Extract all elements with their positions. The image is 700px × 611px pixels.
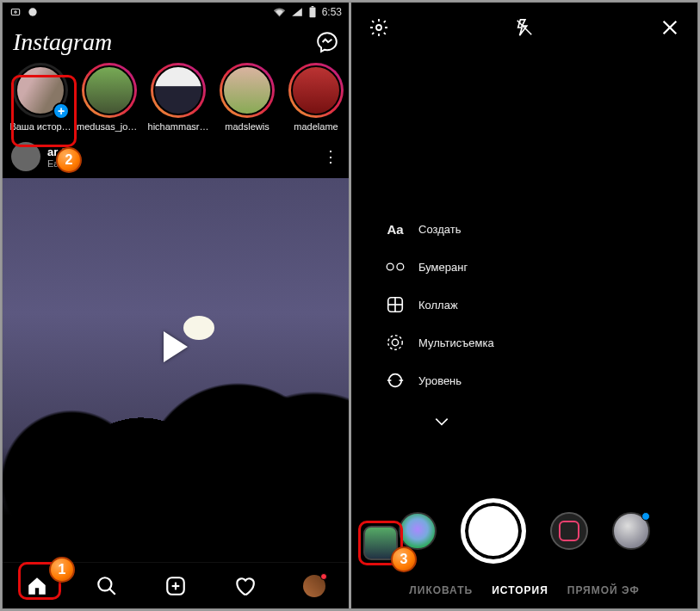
post-header: ar tw Ea ⋮	[3, 135, 349, 178]
instagram-feed-screen: 6:53 Instagram + Ваша истор… medusas_jou…	[3, 3, 349, 608]
stories-tray: + Ваша истор… medusas_jou… hichammasr… m…	[3, 59, 349, 135]
mode-boomerang[interactable]: Бумеранг	[384, 256, 494, 278]
camera-top-bar	[351, 3, 697, 52]
story-item[interactable]: hichammasr…	[144, 63, 213, 132]
svg-point-18	[388, 336, 403, 350]
signal-icon	[291, 7, 303, 17]
svg-point-1	[15, 11, 16, 13]
home-tab[interactable]	[18, 567, 56, 605]
media-trees-shape	[3, 343, 349, 515]
story-item[interactable]: madelame	[282, 63, 349, 132]
your-story[interactable]: + Ваша истор…	[6, 63, 75, 132]
post-username[interactable]: ar tw	[47, 145, 73, 158]
messenger-icon[interactable]	[316, 31, 338, 53]
story-item[interactable]: madslewis	[213, 63, 282, 132]
new-dot-icon	[641, 512, 650, 521]
svg-rect-3	[309, 7, 315, 17]
media-moon-shape	[183, 316, 214, 340]
story-label: hichammasr…	[148, 121, 209, 132]
wifi-icon	[273, 7, 286, 17]
filter-option[interactable]	[550, 512, 588, 550]
svg-line-6	[109, 589, 115, 595]
post-media[interactable]	[3, 178, 349, 515]
multicapture-icon	[384, 331, 406, 354]
svg-point-2	[28, 8, 36, 15]
add-story-plus-icon: +	[53, 102, 70, 120]
svg-rect-4	[311, 6, 313, 7]
shutter-button[interactable]	[461, 498, 526, 564]
boomerang-icon	[384, 256, 406, 278]
mode-label: Бумеранг	[418, 261, 468, 274]
activity-tab[interactable]	[226, 567, 263, 605]
flash-off-icon[interactable]	[512, 15, 536, 40]
mode-label: Уровень	[418, 374, 462, 387]
clock-text: 6:53	[322, 6, 342, 18]
instagram-logo: Instagram	[13, 28, 112, 56]
profile-avatar-icon	[303, 575, 325, 597]
tab-publish[interactable]: ЛИКОВАТЬ	[409, 584, 473, 596]
layout-icon	[384, 293, 406, 316]
level-icon	[384, 369, 406, 392]
close-icon[interactable]	[658, 15, 682, 40]
chevron-down-icon	[431, 410, 453, 433]
new-post-tab[interactable]	[157, 567, 195, 605]
mode-label: Создать	[418, 223, 461, 236]
story-label: madslewis	[225, 121, 269, 132]
post-author-avatar[interactable]	[11, 142, 40, 171]
mode-label: Мультисъемка	[418, 336, 494, 349]
notification-dot-icon	[320, 573, 327, 580]
mode-layout[interactable]: Коллаж	[384, 293, 494, 316]
create-text-icon: Aa	[384, 218, 406, 240]
profile-tab[interactable]	[295, 567, 333, 605]
camera-modes-list: Aa Создать Бумеранг Коллаж Мультисъемка	[384, 218, 494, 433]
app-icon	[27, 6, 39, 18]
svg-rect-0	[11, 9, 19, 15]
mode-level[interactable]: Уровень	[384, 369, 494, 392]
notification-icon	[9, 6, 22, 18]
svg-point-10	[376, 25, 381, 30]
filter-option[interactable]	[399, 512, 437, 550]
play-icon	[164, 331, 188, 362]
settings-icon[interactable]	[367, 15, 391, 40]
post-subtitle: Ea	[47, 158, 73, 169]
tab-story[interactable]: ИСТОРИЯ	[492, 584, 548, 596]
story-label: madelame	[294, 121, 338, 132]
tab-live[interactable]: ПРЯМОЙ ЭФ	[567, 584, 640, 596]
post-more-icon[interactable]: ⋮	[323, 147, 340, 166]
svg-point-17	[392, 339, 398, 345]
gallery-thumbnail[interactable]	[363, 526, 398, 560]
app-header: Instagram	[3, 22, 349, 59]
mode-label: Коллаж	[418, 299, 458, 312]
story-label: Ваша истор…	[9, 121, 71, 132]
story-item[interactable]: medusas_jou…	[75, 63, 144, 132]
search-tab[interactable]	[88, 567, 126, 605]
camera-shutter-row	[351, 498, 697, 564]
story-label: medusas_jou…	[77, 121, 142, 132]
svg-point-5	[98, 577, 111, 590]
filter-option[interactable]	[612, 512, 650, 550]
mode-multicapture[interactable]: Мультисъемка	[384, 331, 494, 354]
story-camera-screen: Aa Создать Бумеранг Коллаж Мультисъемка	[351, 3, 697, 608]
battery-icon	[308, 6, 317, 18]
bottom-nav	[3, 562, 349, 608]
mode-expand[interactable]	[389, 410, 494, 433]
camera-tabs: ЛИКОВАТЬ ИСТОРИЯ ПРЯМОЙ ЭФ	[351, 584, 697, 596]
mode-create[interactable]: Aa Создать	[384, 218, 494, 240]
android-status-bar: 6:53	[3, 3, 349, 22]
